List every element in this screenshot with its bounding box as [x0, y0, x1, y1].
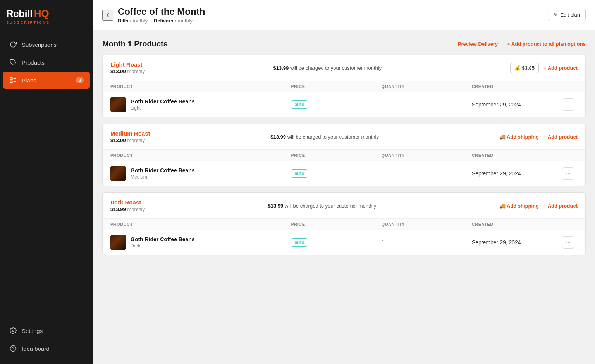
col-actions-1 — [562, 153, 578, 158]
light-roast-add-product[interactable]: + Add product — [543, 65, 578, 71]
product-cell-light: Goth Rider Coffee Beans Light — [110, 97, 291, 112]
dark-roast-name: Dark Roast — [110, 199, 145, 206]
col-product-0: PRODUCT — [110, 84, 291, 89]
gear-icon — [9, 327, 17, 335]
sidebar-item-settings[interactable]: Settings — [3, 322, 90, 339]
sidebar-item-subscriptions-label: Subscriptions — [22, 41, 84, 48]
medium-roast-header: Medium Roast $13.99 monthly $13.99 will … — [103, 124, 585, 150]
product-info-light: Goth Rider Coffee Beans Light — [131, 98, 195, 111]
sidebar-item-products[interactable]: Products — [3, 54, 90, 71]
dark-roast-actions: 🚚 Add shipping + Add product — [499, 203, 578, 209]
product-cell-dark: Goth Rider Coffee Beans Dark — [110, 235, 291, 250]
sidebar-item-subscriptions[interactable]: Subscriptions — [3, 36, 90, 53]
edit-plan-button[interactable]: ✎ Edit plan — [548, 9, 586, 21]
product-name-dark: Goth Rider Coffee Beans — [131, 236, 195, 242]
logo: Rebill HQ SUBSCRIPTIONS — [0, 0, 93, 32]
sidebar-nav: Subscriptions Products Plans — [0, 32, 93, 318]
light-roast-charge-info: $13.99 will be charged to your customer … — [273, 65, 382, 71]
page-title: Coffee of the Month — [118, 6, 205, 17]
col-quantity-1: QUANTITY — [382, 153, 472, 158]
medium-roast-card: Medium Roast $13.99 monthly $13.99 will … — [102, 124, 586, 186]
dark-roast-charge-price: $13.99 — [268, 203, 284, 209]
product-thumbnail — [110, 235, 126, 250]
logo-subscriptions: SUBSCRIPTIONS — [6, 21, 87, 24]
content-area: Month 1 Products Preview Delivery + Add … — [93, 30, 595, 364]
medium-roast-add-product[interactable]: + Add product — [543, 134, 578, 140]
preview-delivery-link[interactable]: Preview Delivery — [458, 41, 498, 47]
delivers-value: monthly — [175, 18, 193, 24]
product-info-dark: Goth Rider Coffee Beans Dark — [131, 236, 195, 249]
more-button-dark[interactable]: ··· — [562, 236, 574, 249]
price-badge-light: auto — [291, 100, 308, 109]
bills-label: Bills — [118, 18, 128, 24]
medium-roast-period: monthly — [127, 137, 145, 143]
price-cell-dark: auto — [291, 238, 381, 247]
qty-cell-light: 1 — [382, 101, 472, 108]
col-created-2: CREATED — [472, 222, 562, 227]
svg-rect-2 — [10, 81, 12, 83]
logo-rebill: Rebill — [6, 8, 33, 20]
price-badge-dark: auto — [291, 238, 308, 247]
edit-icon: ✎ — [554, 12, 558, 18]
price-badge-medium: auto — [291, 169, 308, 178]
product-variant-medium: Medium — [131, 174, 195, 180]
product-cell-medium: Goth Rider Coffee Beans Medium — [110, 166, 291, 181]
light-roast-table-head: PRODUCT PRICE QUANTITY CREATED — [103, 81, 585, 92]
product-thumbnail — [110, 97, 126, 112]
header-info: Coffee of the Month Billsmonthly Deliver… — [118, 6, 205, 24]
dark-roast-table-head: PRODUCT PRICE QUANTITY CREATED — [103, 219, 585, 230]
product-info-medium: Goth Rider Coffee Beans Medium — [131, 167, 195, 180]
sidebar-item-idea-board[interactable]: Idea board — [3, 340, 90, 357]
section-header: Month 1 Products Preview Delivery + Add … — [102, 39, 586, 48]
more-button-medium[interactable]: ··· — [562, 167, 574, 180]
bills-meta: Billsmonthly — [118, 18, 148, 24]
table-row: Goth Rider Coffee Beans Dark auto 1 Sept… — [103, 230, 585, 255]
medium-roast-info: Medium Roast $13.99 monthly — [110, 130, 150, 143]
edit-plan-label: Edit plan — [560, 12, 580, 18]
sidebar-item-plans[interactable]: Plans 3 — [3, 72, 90, 89]
table-row: Goth Rider Coffee Beans Light auto 1 Sep… — [103, 92, 585, 117]
dark-roast-table: PRODUCT PRICE QUANTITY CREATED Goth Ride… — [103, 219, 585, 255]
plans-badge: 3 — [76, 77, 84, 83]
col-actions-0 — [562, 84, 578, 89]
col-product-2: PRODUCT — [110, 222, 291, 227]
section-actions: Preview Delivery + Add product to all pl… — [458, 41, 586, 47]
date-cell-medium: September 29, 2024 — [472, 170, 562, 177]
svg-rect-1 — [10, 77, 12, 79]
product-variant-light: Light — [131, 105, 195, 111]
back-button[interactable] — [102, 10, 113, 21]
medium-roast-name: Medium Roast — [110, 130, 150, 137]
sidebar-bottom: Settings Idea board — [0, 318, 93, 364]
sidebar-item-settings-label: Settings — [22, 328, 84, 334]
price-cell-medium: auto — [291, 169, 381, 178]
more-button-light[interactable]: ··· — [562, 98, 574, 111]
light-roast-header: Light Roast $13.99 monthly $13.99 will b… — [103, 55, 585, 81]
medium-roast-add-shipping[interactable]: 🚚 Add shipping — [499, 134, 539, 140]
page-header: Coffee of the Month Billsmonthly Deliver… — [93, 0, 595, 30]
light-roast-price-info: $13.99 monthly — [110, 69, 145, 74]
add-all-plans-link[interactable]: + Add product to all plan options — [507, 41, 586, 47]
product-thumbnail — [110, 166, 126, 181]
product-variant-dark: Dark — [131, 243, 195, 249]
date-cell-light: September 29, 2024 — [472, 101, 562, 108]
dark-roast-header: Dark Roast $13.99 monthly $13.99 will be… — [103, 193, 585, 219]
product-name-medium: Goth Rider Coffee Beans — [131, 167, 195, 173]
dark-roast-add-product[interactable]: + Add product — [543, 203, 578, 209]
dark-roast-price: $13.99 — [110, 206, 126, 212]
medium-roast-charge-text: will be charged to your customer monthly — [287, 134, 379, 140]
medium-roast-table: PRODUCT PRICE QUANTITY CREATED Goth Ride… — [103, 150, 585, 186]
col-price-2: PRICE — [291, 222, 381, 227]
price-cell-light: auto — [291, 100, 381, 109]
light-roast-card: Light Roast $13.99 monthly $13.99 will b… — [102, 55, 586, 117]
medium-roast-charge-price: $13.99 — [270, 134, 286, 140]
dark-roast-card: Dark Roast $13.99 monthly $13.99 will be… — [102, 192, 586, 255]
dark-roast-add-shipping[interactable]: 🚚 Add shipping — [499, 203, 539, 209]
dark-roast-price-info: $13.99 monthly — [110, 206, 145, 212]
col-actions-2 — [562, 222, 578, 227]
dark-roast-period: monthly — [127, 206, 145, 212]
medium-roast-table-head: PRODUCT PRICE QUANTITY CREATED — [103, 150, 585, 161]
svg-point-5 — [12, 330, 14, 332]
sidebar-item-plans-label: Plans — [22, 77, 71, 84]
medium-roast-price-info: $13.99 monthly — [110, 137, 150, 143]
logo-hq: HQ — [34, 8, 49, 20]
